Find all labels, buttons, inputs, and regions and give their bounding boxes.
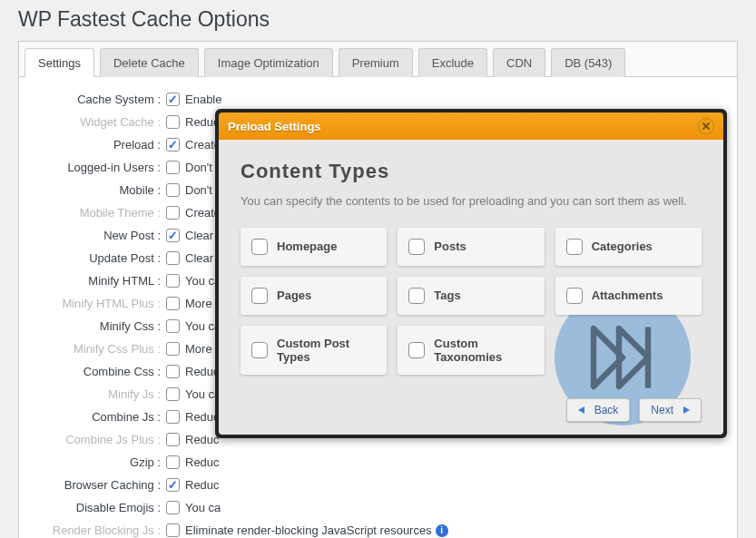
preload-modal: Preload Settings Content Types You can s…: [215, 109, 727, 438]
checkbox[interactable]: [166, 161, 180, 174]
content-type-grid: HomepagePostsCategoriesPagesTagsAttachme…: [241, 228, 702, 375]
arrow-left-icon: [578, 406, 589, 414]
checkbox[interactable]: [166, 501, 180, 514]
checkbox[interactable]: [166, 229, 180, 242]
checkbox[interactable]: [166, 319, 180, 333]
checkbox[interactable]: [166, 523, 180, 537]
next-label: Next: [651, 404, 673, 416]
chip-label: Categories: [592, 240, 653, 253]
checkbox[interactable]: [166, 206, 180, 220]
setting-label: Combine Css :: [19, 365, 164, 378]
tab-db-543-[interactable]: DB (543): [551, 48, 625, 77]
tab-delete-cache[interactable]: Delete Cache: [100, 48, 199, 77]
content-type-attachments[interactable]: Attachments: [555, 277, 702, 315]
setting-desc: Reduc: [185, 115, 220, 129]
checkbox[interactable]: [166, 115, 180, 129]
setting-desc: Reduc: [185, 433, 220, 446]
setting-label: Render Blocking Js :: [19, 523, 164, 537]
next-button[interactable]: Next: [639, 398, 702, 422]
checkbox[interactable]: [251, 239, 268, 255]
checkbox[interactable]: [166, 138, 180, 152]
back-label: Back: [594, 404, 619, 416]
chip-label: Custom Taxonomies: [434, 337, 533, 364]
setting-label: Preload :: [19, 138, 164, 152]
content-type-categories[interactable]: Categories: [555, 228, 702, 266]
content-type-tags[interactable]: Tags: [398, 277, 544, 315]
setting-label: Cache System :: [19, 93, 164, 106]
setting-desc: Don't: [185, 161, 212, 174]
tab-row: SettingsDelete CacheImage OptimizationPr…: [19, 42, 737, 77]
setting-label: Gzip :: [19, 455, 164, 469]
content-type-custom-post-types[interactable]: Custom Post Types: [241, 326, 387, 375]
tab-cdn[interactable]: CDN: [493, 48, 545, 77]
setting-desc: Reduc: [185, 410, 220, 424]
content-type-posts[interactable]: Posts: [398, 228, 544, 266]
tab-exclude[interactable]: Exclude: [418, 48, 487, 77]
setting-label: Combine Js Plus :: [19, 433, 164, 446]
content-type-homepage[interactable]: Homepage: [241, 228, 387, 266]
setting-desc: Reduc: [185, 455, 220, 469]
setting-desc: Eliminate render-blocking JavaScript res…: [185, 523, 432, 537]
modal-heading: Content Types: [241, 160, 702, 183]
checkbox[interactable]: [166, 183, 180, 197]
setting-desc: Enable: [185, 93, 221, 106]
tab-premium[interactable]: Premium: [339, 48, 413, 77]
setting-label: New Post :: [19, 229, 164, 242]
setting-label: Update Post :: [19, 251, 164, 265]
checkbox[interactable]: [408, 239, 425, 255]
checkbox[interactable]: [166, 297, 180, 310]
chip-label: Posts: [434, 240, 466, 253]
modal-header: Preload Settings: [219, 112, 723, 140]
checkbox[interactable]: [566, 239, 583, 255]
content-type-pages[interactable]: Pages: [241, 277, 387, 315]
checkbox[interactable]: [566, 288, 583, 304]
chip-label: Homepage: [277, 240, 337, 253]
setting-label: Minify HTML Plus :: [19, 297, 164, 310]
setting-label: Minify Js :: [19, 387, 164, 401]
checkbox[interactable]: [166, 93, 180, 106]
checkbox[interactable]: [166, 478, 180, 492]
setting-row: Browser Caching :Reduc: [19, 474, 730, 496]
checkbox[interactable]: [408, 342, 425, 358]
setting-desc: More: [185, 297, 212, 310]
info-icon[interactable]: i: [436, 524, 448, 537]
checkbox[interactable]: [251, 288, 268, 304]
content-type-custom-taxonomies[interactable]: Custom Taxonomies: [398, 326, 544, 375]
setting-desc: Reduc: [185, 365, 220, 378]
setting-desc: Reduc: [185, 478, 220, 492]
setting-label: Minify Css :: [19, 319, 164, 333]
setting-label: Mobile :: [19, 183, 164, 197]
chip-label: Tags: [434, 289, 460, 302]
checkbox[interactable]: [166, 342, 180, 356]
setting-label: Minify Css Plus :: [19, 342, 164, 356]
setting-label: Browser Caching :: [19, 478, 164, 492]
setting-label: Logged-in Users :: [19, 161, 164, 174]
close-icon[interactable]: [698, 118, 714, 134]
checkbox[interactable]: [166, 410, 180, 424]
setting-label: Widget Cache :: [19, 115, 164, 129]
setting-label: Combine Js :: [19, 410, 164, 424]
tab-image-optimization[interactable]: Image Optimization: [204, 48, 333, 77]
chip-label: Custom Post Types: [277, 337, 376, 364]
chip-label: Attachments: [592, 289, 663, 302]
checkbox[interactable]: [166, 365, 180, 378]
page-title: WP Fastest Cache Options: [18, 7, 738, 32]
checkbox[interactable]: [166, 387, 180, 401]
back-button[interactable]: Back: [566, 398, 631, 422]
arrow-right-icon: [679, 406, 690, 414]
checkbox[interactable]: [408, 288, 425, 304]
setting-label: Mobile Theme :: [19, 206, 164, 220]
checkbox[interactable]: [166, 251, 180, 265]
setting-row: Cache System :Enable: [19, 88, 730, 111]
tab-settings[interactable]: Settings: [25, 48, 94, 77]
checkbox[interactable]: [166, 433, 180, 446]
setting-row: Disable Emojis :You ca: [19, 496, 730, 519]
setting-row: Gzip :Reduc: [19, 451, 730, 474]
setting-desc: You ca: [185, 501, 221, 514]
modal-text: You can specify the contents to be used …: [241, 192, 702, 211]
modal-title: Preload Settings: [228, 120, 321, 133]
setting-row: Render Blocking Js :Eliminate render-blo…: [19, 519, 730, 538]
checkbox[interactable]: [166, 455, 180, 469]
checkbox[interactable]: [251, 342, 268, 358]
checkbox[interactable]: [166, 274, 180, 288]
